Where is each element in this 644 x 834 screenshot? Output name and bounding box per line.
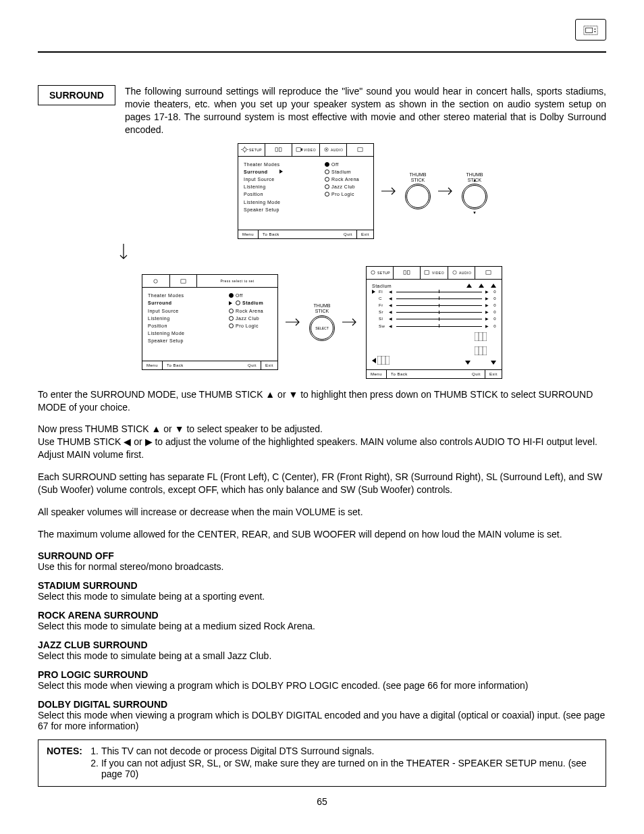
up-icon <box>466 284 472 288</box>
osd2-opt-off: Off <box>229 292 272 299</box>
notes-item-2: If you can not adjust SR, SL, or SW, mak… <box>101 758 597 779</box>
body-p4: Each SURROUND setting has separate FL (F… <box>38 471 606 496</box>
osd3-tab-5 <box>475 267 502 279</box>
body-p3: Use THUMB STICK ◀ or ▶ to adjust the vol… <box>38 436 606 461</box>
body-p6: The maximum volume allowed for the CENTE… <box>38 528 606 541</box>
osd2-footer-back: To Back <box>162 361 188 369</box>
svg-rect-11 <box>358 148 363 151</box>
svg-point-2 <box>595 28 596 30</box>
svg-point-10 <box>326 149 327 151</box>
osd-menu-1: SETUP VIDEO AUDIO Theater Modes Surround… <box>238 143 374 239</box>
osd1-item-position: Position <box>244 190 321 198</box>
thumb-stick-select: THUMB STICK SELECT <box>309 303 335 340</box>
osd-footer-back: To Back <box>258 230 284 238</box>
osd-menu-2: Press select to set Theater Modes Surrou… <box>142 274 278 370</box>
thumb-stick-1: THUMB STICK <box>405 172 431 209</box>
osd3-footer-exit: Exit <box>485 370 502 378</box>
osd3-row-c: C◀▶0 <box>372 295 496 302</box>
page-number: 65 <box>38 796 606 807</box>
notes-item-1: This TV can not decode or process Digita… <box>101 746 597 756</box>
osd3-footer-back: To Back <box>386 370 412 378</box>
osd1-opt-jazz-club: Jazz Club <box>325 183 368 190</box>
osd2-opt-rock-arena: Rock Arena <box>229 307 272 315</box>
mode-rock-arena: ROCK ARENA SURROUND Select this mode to … <box>38 610 606 631</box>
svg-point-4 <box>243 148 246 151</box>
osd1-item-listening: Listening <box>244 183 321 190</box>
osd2-item-listening-mode: Listening Mode <box>148 330 225 337</box>
notes-box: NOTES: This TV can not decode or process… <box>38 739 606 787</box>
osd-tab-2 <box>265 144 292 156</box>
svg-point-18 <box>453 271 456 274</box>
osd3-row-fr: Fr◀▶0 <box>372 302 496 309</box>
osd1-item-surround: Surround <box>244 168 321 176</box>
osd2-opt-jazz-club: Jazz Club <box>229 315 272 322</box>
osd3-tab-1: SETUP <box>367 267 394 279</box>
mode-jazz-club: JAZZ CLUB SURROUND Select this mode to s… <box>38 640 606 661</box>
horizontal-rule <box>38 51 606 53</box>
down-icon <box>465 361 471 365</box>
osd1-opt-off: Off <box>325 161 368 168</box>
level-bars-icon <box>475 332 487 342</box>
osd2-item-listening: Listening <box>148 315 225 322</box>
osd-footer-exit: Exit <box>356 230 373 238</box>
osd1-opt-stadium: Stadium <box>325 168 368 176</box>
osd-tab-audio: AUDIO <box>320 144 347 156</box>
body-p1: To enter the SURROUND MODE, use THUMB ST… <box>38 388 606 414</box>
osd-menu-3-speaker-levels: SETUP VIDEO AUDIO Stadium Fl◀▶0 C◀▶0 <box>366 266 502 379</box>
osd1-opt-rock-arena: Rock Arena <box>325 176 368 183</box>
osd2-tab-screen <box>170 275 198 287</box>
arrow-right-3 <box>285 317 302 328</box>
level-bars-icon <box>377 356 390 365</box>
arrow-right-1 <box>381 186 398 197</box>
osd2-item-speaker-setup: Speaker Setup <box>148 337 225 344</box>
body-p5: All speaker volumes will increase or dec… <box>38 506 606 519</box>
svg-rect-5 <box>275 148 278 151</box>
osd3-footer-menu: Menu <box>367 370 386 378</box>
osd1-item-speaker-setup: Speaker Setup <box>244 206 321 213</box>
arrow-right-2 <box>437 186 455 197</box>
svg-rect-20 <box>377 356 390 365</box>
osd2-item-input-source: Input Source <box>148 307 225 315</box>
osd-footer-menu: Menu <box>238 230 258 238</box>
osd2-opt-stadium: Stadium <box>229 299 272 307</box>
thumb-stick-2: THUMB STICK ▲ ▼ <box>462 172 487 209</box>
svg-rect-23 <box>475 332 487 341</box>
osd1-item-theater-modes: Theater Modes <box>244 161 321 168</box>
svg-rect-1 <box>586 28 593 32</box>
osd3-footer-quit: Quit <box>468 370 485 378</box>
osd3-row-sr: Sr◀▶0 <box>372 309 496 315</box>
osd2-opt-pro-logic: Pro Logic <box>229 322 272 330</box>
svg-rect-16 <box>408 271 410 274</box>
mode-stadium: STADIUM SURROUND Select this mode to sim… <box>38 580 606 602</box>
section-title: SURROUND <box>38 85 115 105</box>
osd2-footer-quit: Quit <box>244 361 261 369</box>
osd3-row-sl: Sl◀▶0 <box>372 315 496 322</box>
svg-point-12 <box>154 279 157 282</box>
down-icon <box>491 361 496 365</box>
osd2-tab-icon <box>142 275 170 287</box>
osd2-footer-menu: Menu <box>142 361 162 369</box>
osd1-item-input-source: Input Source <box>244 176 321 183</box>
osd2-item-surround: Surround <box>148 299 225 307</box>
osd2-item-position: Position <box>148 322 225 330</box>
osd2-press-select: Press select to set <box>197 275 277 287</box>
osd3-row-fl: Fl◀▶0 <box>372 288 496 295</box>
osd2-footer-exit: Exit <box>261 361 277 369</box>
mode-pro-logic: PRO LOGIC SURROUND Select this mode when… <box>38 669 606 691</box>
mode-dolby-digital: DOLBY DIGITAL SURROUND Select this mode … <box>38 699 606 731</box>
svg-rect-15 <box>404 271 406 274</box>
osd1-opt-pro-logic: Pro Logic <box>325 190 368 198</box>
mode-surround-off: SURROUND OFF Use this for normal stereo/… <box>38 550 606 572</box>
osd-tab-setup: SETUP <box>238 144 265 156</box>
left-icon <box>372 358 376 363</box>
arrow-down <box>118 243 129 262</box>
svg-rect-6 <box>279 148 282 151</box>
osd-tab-video: VIDEO <box>292 144 319 156</box>
svg-rect-17 <box>425 271 429 274</box>
osd-tab-5 <box>347 144 373 156</box>
header-tv-icon <box>575 19 606 41</box>
intro-paragraph: The following surround settings will rep… <box>125 85 606 136</box>
osd3-tab-4: AUDIO <box>448 267 475 279</box>
svg-rect-8 <box>301 149 302 151</box>
osd1-item-listening-mode: Listening Mode <box>244 199 321 206</box>
